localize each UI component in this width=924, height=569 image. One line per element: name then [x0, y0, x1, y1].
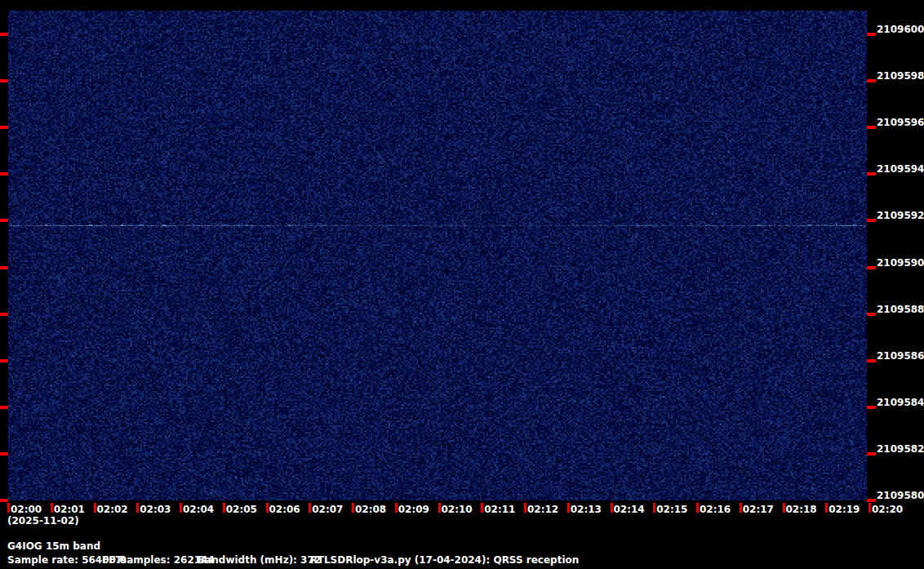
date-label: (2025-11-02) [7, 516, 79, 527]
frequency-tick-left [0, 219, 8, 222]
time-tick-label: 02:16 [700, 505, 731, 515]
frequency-tick-left [0, 172, 8, 176]
frequency-tick-label: 21095880 [877, 305, 924, 314]
time-tick-label: 02:08 [355, 505, 386, 515]
frequency-tick-right [867, 33, 876, 36]
time-tick-label: 02:13 [571, 505, 602, 515]
time-tick-label: 02:19 [828, 505, 860, 515]
frequency-tick-left [0, 313, 8, 316]
frequency-tick-label: 21095820 [877, 444, 924, 454]
time-tick-label: 02:11 [484, 505, 515, 515]
frequency-tick-right [867, 172, 876, 176]
time-tick [696, 503, 699, 513]
frequency-tick-right [867, 313, 876, 316]
time-tick [180, 503, 182, 513]
time-tick-label: 02:04 [183, 505, 214, 515]
time-tick [7, 503, 10, 513]
time-tick [266, 503, 269, 513]
time-tick-label: 02:15 [656, 505, 687, 515]
time-tick-label: 02:02 [97, 505, 128, 515]
time-tick [136, 503, 139, 513]
spectrogram-canvas [8, 11, 867, 500]
time-tick [223, 503, 225, 513]
frequency-tick-label: 21095920 [877, 211, 924, 220]
frequency-tick-label: 21095980 [877, 71, 924, 81]
time-tick [524, 503, 526, 513]
time-tick-label: 02:20 [872, 505, 903, 515]
time-tick-label: 02:05 [226, 505, 257, 515]
frequency-tick-left [0, 126, 8, 129]
time-tick-label: 02:07 [312, 505, 343, 515]
time-tick [51, 503, 53, 513]
time-tick-label: 02:10 [442, 505, 473, 515]
frequency-tick-right [867, 79, 876, 82]
frequency-tick-right [867, 266, 876, 269]
time-tick [653, 503, 655, 513]
time-tick [309, 503, 311, 513]
frequency-tick-label: 21095860 [877, 351, 924, 361]
frequency-tick-left [0, 79, 8, 82]
time-tick-label: 02:14 [614, 505, 645, 515]
frequency-tick-right [867, 126, 876, 129]
time-tick-label: 02:09 [398, 505, 429, 515]
frequency-tick-left [0, 359, 8, 362]
time-tick [868, 503, 871, 513]
frequency-tick-left [0, 33, 8, 36]
frequency-tick-right [867, 499, 876, 502]
frequency-tick-left [0, 406, 8, 409]
time-tick-label: 02:18 [786, 505, 817, 515]
frequency-tick-left [0, 499, 8, 502]
frequency-tick-left [0, 266, 8, 269]
frequency-tick-label: 21095940 [877, 164, 924, 174]
time-tick [94, 503, 96, 513]
time-tick [352, 503, 354, 513]
time-tick [740, 503, 742, 513]
time-tick [481, 503, 483, 513]
frequency-tick-label: 21095960 [877, 118, 924, 127]
time-tick [611, 503, 613, 513]
frequency-tick-right [867, 219, 876, 222]
time-tick-label: 02:17 [743, 505, 774, 515]
time-tick [567, 503, 570, 513]
program-version-label: RTLSDRlop-v3a.py (17-04-2024): QRSS rece… [310, 555, 579, 566]
station-band-label: G4IOG 15m band [7, 541, 100, 552]
time-tick-label: 02:01 [54, 505, 85, 515]
bandwidth-label: Bandwidth (mHz): 372 [198, 555, 321, 566]
time-tick [825, 503, 828, 513]
time-tick [783, 503, 785, 513]
frequency-tick-right [867, 452, 876, 456]
frequency-tick-left [0, 452, 8, 456]
frequency-tick-label: 21095800 [877, 491, 924, 500]
time-tick-label: 02:06 [269, 505, 300, 515]
status-line: Sample rate: 56400.0 FFTsamples: 262144 … [0, 555, 924, 567]
time-tick [438, 503, 441, 513]
qrss-grabber-screen: 2109600021095980210959602109594021095920… [0, 0, 924, 569]
frequency-tick-right [867, 359, 876, 362]
time-tick-label: 02:12 [527, 505, 558, 515]
frequency-tick-label: 21096000 [877, 24, 924, 34]
time-tick-label: 02:03 [140, 505, 171, 515]
time-tick-label: 02:00 [11, 505, 42, 515]
frequency-tick-label: 21095840 [877, 398, 924, 407]
frequency-tick-right [867, 406, 876, 409]
time-tick [395, 503, 398, 513]
frequency-tick-label: 21095900 [877, 258, 924, 268]
